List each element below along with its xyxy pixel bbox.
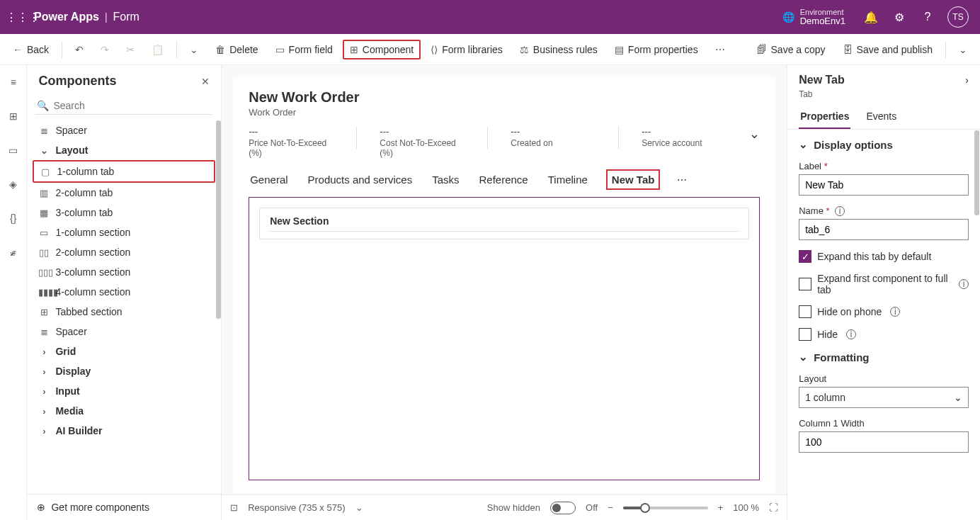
info-icon[interactable]: i — [846, 329, 856, 339]
component-item[interactable]: ›Display — [33, 361, 215, 381]
search-input[interactable] — [53, 100, 211, 111]
component-item[interactable]: ›Input — [33, 381, 215, 401]
form-tab[interactable]: Products and services — [307, 169, 414, 190]
props-tab-events[interactable]: Events — [865, 105, 898, 129]
component-icon: ⊞ — [350, 44, 358, 55]
component-item[interactable]: ▮▮▮▮4-column section — [33, 282, 215, 302]
paste-split-chevron[interactable]: ⌄ — [183, 40, 205, 60]
props-scrollbar[interactable] — [974, 130, 979, 215]
form-canvas: New Work Order Work Order ---Price Not-T… — [222, 65, 787, 494]
tab-body[interactable]: New Section — [249, 197, 760, 480]
header-expand-icon[interactable]: ⌄ — [749, 126, 760, 142]
back-arrow-icon: ← — [13, 44, 23, 55]
header-field[interactable]: ---Service account — [642, 126, 727, 148]
component-item[interactable]: ▯▯▯3-column section — [33, 262, 215, 282]
rail-hamburger-icon[interactable]: ≡ — [2, 71, 25, 94]
zoom-out-icon[interactable]: − — [608, 502, 613, 513]
environment-picker[interactable]: 🌐 Environment DemoEnv1 — [782, 8, 845, 26]
info-icon[interactable]: i — [890, 307, 900, 317]
chevron-down-icon: ⌄ — [799, 138, 808, 151]
chevron-right-icon[interactable]: › — [965, 74, 969, 86]
panel-scrollbar[interactable] — [216, 120, 221, 319]
form-tab[interactable]: New Tab — [606, 169, 661, 190]
notifications-icon[interactable]: 🔔 — [857, 0, 885, 34]
form-field-button[interactable]: ▭Form field — [268, 40, 340, 60]
rail-fields-icon[interactable]: ▭ — [2, 139, 25, 162]
rail-layers-icon[interactable]: ◈ — [2, 173, 25, 196]
redo-button[interactable]: ↷ — [93, 40, 116, 60]
component-button[interactable]: ⊞Component — [343, 40, 421, 60]
name-field-label: Name * i — [799, 205, 969, 216]
layout-select[interactable]: 1 column⌄ — [799, 387, 969, 408]
header-field[interactable]: ---Cost Not-To-Exceed (%) — [380, 126, 465, 158]
component-item-icon: › — [38, 346, 50, 357]
fit-icon[interactable]: ⛶ — [769, 502, 778, 513]
form-tab[interactable]: Timeline — [547, 169, 589, 190]
chevron-down-icon[interactable]: ⌄ — [355, 502, 363, 513]
show-hidden-toggle[interactable] — [550, 502, 576, 514]
component-item[interactable]: ▭1-column section — [33, 222, 215, 242]
component-item[interactable]: ▯▯2-column section — [33, 242, 215, 262]
app-launcher-icon[interactable]: ⋮⋮⋮ — [6, 11, 34, 24]
component-item[interactable]: ⊞Tabbed section — [33, 302, 215, 322]
component-item[interactable]: ›AI Builder — [33, 421, 215, 441]
more-icon: ⋯ — [715, 44, 725, 55]
user-avatar[interactable]: TS — [947, 6, 969, 28]
component-item[interactable]: ≣Spacer — [33, 120, 215, 140]
component-item[interactable]: ≣Spacer — [33, 322, 215, 341]
business-rules-button[interactable]: ⚖Business rules — [513, 40, 605, 60]
header-field[interactable]: ---Created on — [511, 126, 596, 148]
form-tab[interactable]: Reference — [477, 169, 529, 190]
form-tab[interactable]: General — [249, 169, 289, 190]
info-icon[interactable]: i — [959, 279, 969, 289]
get-more-components[interactable]: ⊕ Get more components — [27, 494, 221, 520]
brand-divider: | — [105, 11, 108, 23]
checkbox-expand-first[interactable]: Expand first component to full tab i — [799, 273, 969, 295]
back-button[interactable]: ←Back — [6, 40, 56, 60]
delete-button[interactable]: 🗑Delete — [208, 40, 265, 60]
zoom-in-icon[interactable]: + — [718, 502, 724, 513]
component-item[interactable]: ▥2-column tab — [33, 183, 215, 203]
checkbox-expand-default[interactable]: ✓ Expand this tab by default — [799, 250, 969, 263]
save-copy-button[interactable]: 🗐Save a copy — [750, 40, 833, 60]
zoom-slider[interactable] — [623, 507, 708, 509]
overflow-button[interactable]: ⋯ — [708, 40, 732, 60]
component-search[interactable]: 🔍 — [35, 97, 212, 115]
rail-components-icon[interactable]: ⊞ — [2, 105, 25, 128]
save-publish-button[interactable]: 🗄Save and publish — [836, 40, 940, 60]
header-field[interactable]: ---Price Not-To-Exceed (%) — [249, 126, 334, 158]
name-input[interactable] — [799, 219, 969, 240]
save-split-chevron[interactable]: ⌄ — [952, 40, 974, 60]
component-item[interactable]: ›Media — [33, 401, 215, 421]
component-item-label: Spacer — [55, 326, 86, 337]
section-formatting[interactable]: ⌄Formatting — [799, 351, 969, 363]
form-section[interactable]: New Section — [259, 208, 749, 239]
section-title: New Section — [270, 215, 739, 232]
paste-button[interactable]: 📋 — [144, 40, 171, 60]
rail-code-icon[interactable]: {} — [2, 207, 25, 230]
form-properties-button[interactable]: ▤Form properties — [608, 40, 705, 60]
form-tab[interactable]: Tasks — [431, 169, 460, 190]
environment-label: Environment — [800, 8, 845, 16]
undo-button[interactable]: ↶ — [68, 40, 91, 60]
component-item[interactable]: ⌄Layout — [33, 140, 215, 160]
checkbox-hide[interactable]: Hide i — [799, 328, 969, 341]
info-icon[interactable]: i — [835, 206, 845, 216]
cut-button[interactable]: ✂ — [119, 40, 142, 60]
viewport-label[interactable]: Responsive (735 x 575) — [248, 502, 345, 513]
chevron-down-icon: ⌄ — [954, 392, 962, 403]
component-item[interactable]: ›Grid — [33, 341, 215, 361]
section-display-options[interactable]: ⌄Display options — [799, 138, 969, 151]
rail-tree-icon[interactable]: ⸙ — [2, 241, 25, 264]
form-libraries-button[interactable]: ⟨⟩Form libraries — [423, 40, 510, 60]
component-item[interactable]: ▦3-column tab — [33, 203, 215, 222]
component-item[interactable]: ▢1-column tab — [33, 160, 215, 183]
col-width-input[interactable] — [799, 431, 969, 453]
help-icon[interactable]: ? — [913, 0, 942, 34]
checkbox-hide-phone[interactable]: Hide on phone i — [799, 305, 969, 318]
panel-close-icon[interactable]: ✕ — [201, 76, 210, 87]
tabs-overflow-icon[interactable]: ⋯ — [677, 174, 687, 186]
label-input[interactable] — [799, 174, 969, 196]
props-tab-properties[interactable]: Properties — [799, 105, 850, 129]
settings-icon[interactable]: ⚙ — [885, 0, 913, 34]
